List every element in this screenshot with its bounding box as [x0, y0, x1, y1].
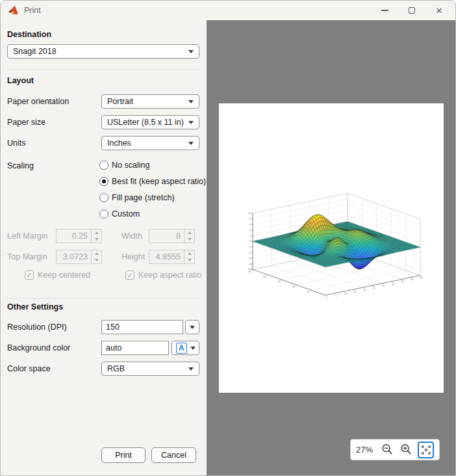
paper-size-label: Paper size — [7, 118, 45, 127]
background-color-input[interactable]: auto — [101, 341, 169, 355]
spinner-buttons[interactable] — [92, 229, 102, 243]
window-title: Print — [24, 6, 41, 15]
scaling-label: Scaling — [7, 161, 34, 170]
titlebar[interactable]: Print ✕ — [1, 1, 456, 20]
close-button[interactable]: ✕ — [425, 1, 453, 20]
width-label: Width — [121, 231, 142, 241]
background-color-value: auto — [106, 343, 121, 352]
spin-up-icon — [95, 252, 99, 255]
svg-text:8: 8 — [249, 218, 251, 220]
checkbox-label: Keep aspect ratio — [138, 271, 201, 280]
fit-to-window-button[interactable] — [418, 442, 434, 458]
layout-heading: Layout — [7, 76, 34, 85]
chevron-down-icon — [188, 121, 194, 124]
radio-best-fit[interactable]: Best fit (keep aspect ratio) — [99, 176, 206, 187]
paper-size-value: USLetter (8.5 x 11 in) — [107, 118, 188, 127]
color-space-value: RGB — [107, 364, 188, 373]
color-space-dropdown[interactable]: RGB — [101, 362, 199, 376]
print-dialog-window: Print ✕ Destination Snagit 2018 Layout P… — [0, 0, 456, 476]
width-value: 8 — [149, 229, 184, 243]
minimize-button[interactable] — [371, 1, 398, 20]
svg-text:0: 0 — [249, 240, 251, 243]
zoom-out-icon — [381, 443, 394, 456]
height-stepper[interactable]: 4.8555 — [149, 250, 195, 264]
spin-down-icon — [95, 259, 99, 261]
svg-text:15: 15 — [354, 291, 357, 293]
print-preview-pane: 051015202530354045501020304050-10-8-6-4-… — [207, 20, 456, 476]
chevron-down-icon — [190, 347, 196, 350]
svg-text:-10: -10 — [247, 268, 251, 271]
keep-aspect-ratio-checkbox[interactable]: ✓ Keep aspect ratio — [125, 271, 201, 280]
units-dropdown[interactable]: Inches — [101, 136, 199, 150]
resolution-input[interactable]: 150 — [101, 320, 183, 334]
radio-no-scaling[interactable]: No scaling — [99, 159, 149, 171]
spinner-buttons[interactable] — [92, 250, 102, 264]
paper-orientation-label: Paper orientation — [7, 97, 69, 106]
resolution-label: Resolution (DPI) — [7, 323, 67, 332]
resolution-value: 150 — [106, 323, 120, 332]
paper-orientation-value: Portrait — [107, 97, 188, 106]
keep-centered-checkbox[interactable]: ✓ Keep centered — [25, 271, 90, 280]
svg-text:-8: -8 — [249, 263, 251, 265]
paper-orientation-dropdown[interactable]: Portrait — [101, 94, 199, 109]
chevron-down-icon — [188, 142, 194, 145]
spin-up-icon — [95, 231, 99, 234]
radio-fill-page[interactable]: Fill page (stretch) — [99, 192, 175, 204]
checkbox-icon: ✓ — [25, 271, 34, 280]
svg-text:-2: -2 — [249, 246, 251, 248]
fit-to-window-icon — [421, 445, 431, 455]
zoom-out-button[interactable] — [381, 443, 394, 457]
top-margin-stepper[interactable]: 3.0723 — [56, 250, 102, 264]
svg-text:0: 0 — [326, 297, 327, 299]
radio-icon — [99, 161, 108, 170]
matlab-logo-icon — [8, 5, 20, 18]
cancel-button[interactable]: Cancel — [151, 447, 196, 463]
checkbox-label: Keep centered — [38, 271, 90, 280]
units-value: Inches — [107, 139, 188, 148]
paper-preview: 051015202530354045501020304050-10-8-6-4-… — [219, 103, 444, 393]
top-margin-value: 3.0723 — [56, 250, 92, 264]
svg-text:2: 2 — [249, 235, 251, 237]
spin-up-icon — [188, 252, 192, 255]
svg-text:40: 40 — [263, 276, 266, 278]
maximize-button[interactable] — [398, 1, 425, 20]
svg-text:30: 30 — [382, 285, 385, 287]
paper-size-dropdown[interactable]: USLetter (8.5 x 11 in) — [101, 115, 199, 129]
svg-text:30: 30 — [278, 280, 281, 283]
width-stepper[interactable]: 8 — [149, 229, 195, 243]
svg-text:20: 20 — [363, 289, 366, 291]
svg-text:25: 25 — [373, 287, 375, 289]
zoom-in-button[interactable] — [399, 443, 413, 457]
svg-text:5: 5 — [335, 295, 336, 297]
zoom-level: 27% — [356, 445, 375, 455]
left-margin-stepper[interactable]: 0.25 — [56, 229, 102, 243]
svg-text:-4: -4 — [249, 252, 251, 254]
svg-text:10: 10 — [344, 293, 347, 295]
radio-label: Custom — [112, 209, 140, 218]
svg-text:35: 35 — [392, 283, 394, 285]
close-icon: ✕ — [436, 7, 443, 15]
destination-value: Snagit 2018 — [13, 47, 188, 56]
background-color-picker-button[interactable]: A — [171, 341, 199, 355]
height-value: 4.8555 — [149, 250, 184, 264]
print-button[interactable]: Print — [101, 447, 146, 463]
resolution-dropdown-button[interactable] — [185, 320, 199, 334]
zoom-in-icon — [400, 443, 412, 456]
radio-custom[interactable]: Custom — [99, 208, 140, 220]
spinner-buttons[interactable] — [184, 229, 195, 243]
minimize-icon — [381, 10, 388, 10]
destination-dropdown[interactable]: Snagit 2018 — [7, 44, 199, 59]
top-margin-label: Top Margin — [7, 252, 47, 261]
destination-heading: Destination — [7, 30, 51, 39]
maximize-icon — [409, 7, 415, 14]
radio-label: Fill page (stretch) — [112, 193, 175, 202]
radio-icon — [99, 193, 108, 202]
chevron-down-icon — [190, 326, 195, 329]
svg-text:6: 6 — [249, 223, 251, 226]
svg-text:50: 50 — [420, 276, 423, 279]
surface-plot-figure: 051015202530354045501020304050-10-8-6-4-… — [219, 103, 444, 393]
divider — [6, 298, 200, 298]
spinner-buttons[interactable] — [184, 250, 195, 264]
radio-label: No scaling — [112, 161, 149, 170]
spin-down-icon — [188, 238, 192, 241]
